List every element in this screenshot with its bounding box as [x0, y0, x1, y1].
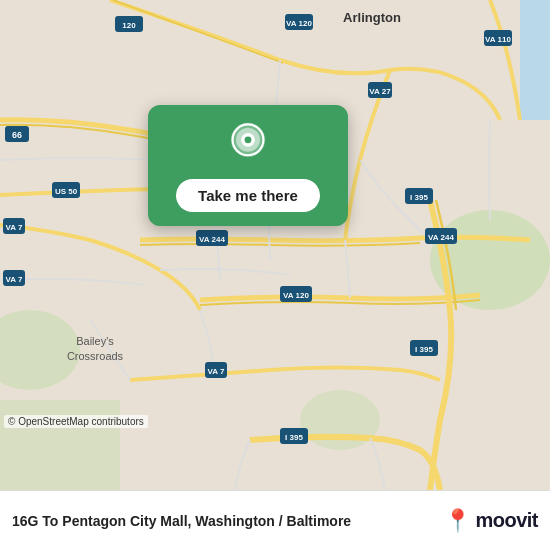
svg-text:I 395: I 395 — [410, 193, 428, 202]
svg-text:VA 120: VA 120 — [286, 19, 312, 28]
route-title: 16G To Pentagon City Mall, Washington / … — [12, 513, 444, 529]
svg-text:VA 27: VA 27 — [369, 87, 391, 96]
location-pin-icon — [224, 121, 272, 169]
svg-point-4 — [300, 390, 380, 450]
bottom-bar: 16G To Pentagon City Mall, Washington / … — [0, 490, 550, 550]
map-attribution: © OpenStreetMap contributors — [4, 415, 148, 428]
svg-text:VA 7: VA 7 — [208, 367, 225, 376]
take-me-there-button[interactable]: Take me there — [176, 179, 320, 212]
svg-text:VA 7: VA 7 — [6, 275, 23, 284]
moovit-pin-icon: 📍 — [444, 508, 471, 534]
map-container: 66 120 VA 120 VA 110 VA 27 VA 244 VA 244… — [0, 0, 550, 490]
moovit-logo: 📍 moovit — [444, 508, 538, 534]
svg-text:VA 244: VA 244 — [428, 233, 454, 242]
svg-text:VA 7: VA 7 — [6, 223, 23, 232]
svg-rect-5 — [520, 0, 550, 120]
svg-text:Crossroads: Crossroads — [67, 350, 124, 362]
moovit-brand-name: moovit — [475, 509, 538, 532]
svg-text:VA 244: VA 244 — [199, 235, 225, 244]
svg-text:VA 120: VA 120 — [283, 291, 309, 300]
svg-text:I 395: I 395 — [415, 345, 433, 354]
svg-text:I 395: I 395 — [285, 433, 303, 442]
svg-text:Arlington: Arlington — [343, 10, 401, 25]
svg-point-42 — [245, 136, 252, 143]
svg-rect-3 — [0, 400, 120, 490]
svg-text:US 50: US 50 — [55, 187, 78, 196]
svg-text:120: 120 — [122, 21, 136, 30]
location-card: Take me there — [148, 105, 348, 226]
svg-text:Bailey's: Bailey's — [76, 335, 114, 347]
svg-text:66: 66 — [12, 130, 22, 140]
svg-text:VA 110: VA 110 — [485, 35, 511, 44]
